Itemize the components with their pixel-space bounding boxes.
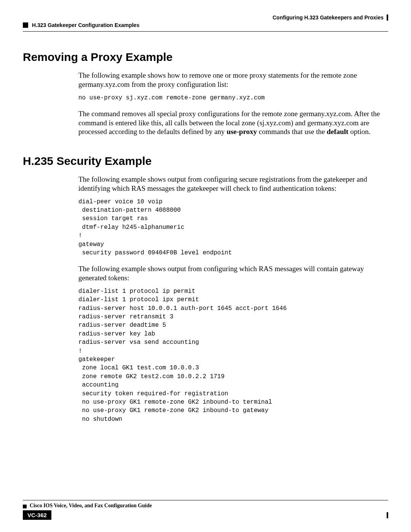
page: Configuring H.323 Gatekeepers and Proxie… [0, 0, 411, 532]
header-square-icon [23, 22, 28, 28]
chapter-title: Configuring H.323 Gatekeepers and Proxie… [272, 14, 384, 21]
text-run: option. [348, 128, 370, 136]
footer-bar-icon [387, 512, 388, 518]
footer-rule [23, 500, 388, 500]
footer-square-icon [23, 505, 27, 508]
code-block: dial-peer voice 10 voip destination-patt… [78, 198, 388, 257]
text-run: commands that use the [257, 128, 327, 136]
header-row-1: Configuring H.323 Gatekeepers and Proxie… [23, 14, 388, 21]
section-breadcrumb: H.323 Gatekeeper Configuration Examples [32, 22, 139, 28]
paragraph: The following example shows how to remov… [78, 71, 388, 89]
header-row-2: H.323 Gatekeeper Configuration Examples [23, 22, 388, 28]
section-heading-h235-security: H.235 Security Example [23, 155, 388, 168]
section-heading-remove-proxy: Removing a Proxy Example [23, 51, 388, 64]
footer: Cisco IOS Voice, Video, and Fax Configur… [23, 500, 388, 520]
page-number: VC-362 [23, 510, 51, 520]
text-bold: default [327, 128, 348, 136]
text-bold: use-proxy [226, 128, 257, 136]
paragraph: The command removes all special proxy co… [78, 109, 388, 136]
code-block: dialer-list 1 protocol ip permit dialer-… [78, 287, 388, 423]
footer-guide-row: Cisco IOS Voice, Video, and Fax Configur… [23, 503, 388, 510]
header-bar-icon [387, 14, 388, 21]
guide-title: Cisco IOS Voice, Video, and Fax Configur… [30, 503, 152, 509]
paragraph: The following example shows output from … [78, 264, 388, 283]
header-rule [23, 31, 388, 32]
paragraph: The following example shows output from … [78, 175, 388, 193]
code-block: no use-proxy sj.xyz.com remote-zone germ… [78, 94, 388, 102]
